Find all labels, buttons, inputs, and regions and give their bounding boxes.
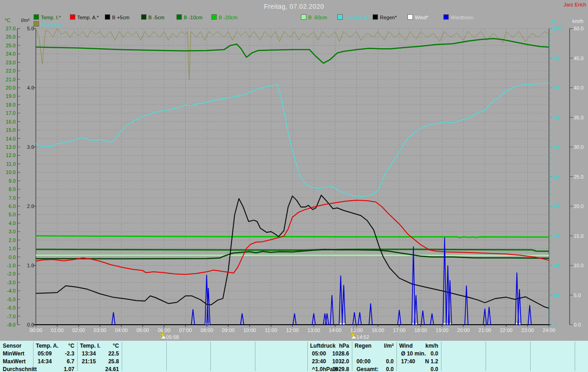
svg-text:-2.0: -2.0 <box>7 271 16 276</box>
svg-text:25.0: 25.0 <box>6 43 16 48</box>
legend-swatch <box>211 14 217 20</box>
daily-stats-table: SensorMinWertMaxWertDurchschnittTemp. A.… <box>0 341 588 372</box>
legend-label: B -5cm <box>148 15 164 20</box>
table-column-separator <box>486 342 486 371</box>
grid-layer <box>36 28 549 325</box>
svg-text:20:00: 20:00 <box>457 327 470 333</box>
svg-text:8.0: 8.0 <box>9 186 16 192</box>
svg-text:0.0: 0.0 <box>9 254 16 260</box>
svg-text:11.0: 11.0 <box>6 161 16 167</box>
axis-unit-wind: km/h <box>572 18 583 24</box>
table-cell-unit-1: °C <box>80 343 119 349</box>
svg-text:80: 80 <box>553 85 559 90</box>
svg-text:12.0: 12.0 <box>6 152 16 158</box>
svg-text:1.0: 1.0 <box>9 246 16 251</box>
legend-label: Feuchte A.* <box>345 15 371 20</box>
legend-label: B +5cm <box>112 15 130 20</box>
svg-text:4.0: 4.0 <box>9 220 16 226</box>
svg-text:-4.0: -4.0 <box>7 288 16 293</box>
svg-text:17:00: 17:00 <box>393 327 406 333</box>
svg-text:7.0: 7.0 <box>9 195 16 201</box>
legend-item-windb-en: Windböen <box>443 14 474 20</box>
series-b10 <box>36 249 549 251</box>
legend-swatch <box>337 14 343 20</box>
legend-label: B -10cm <box>184 15 203 20</box>
svg-text:04:00: 04:00 <box>115 327 128 333</box>
legend-item-b-50cm: B -50cm <box>301 14 327 20</box>
svg-text:00:00: 00:00 <box>29 327 42 333</box>
table-cell-1-r1-value: 25.8 <box>80 358 119 365</box>
svg-text:20.0: 20.0 <box>6 85 16 90</box>
svg-text:22.0: 22.0 <box>6 68 16 73</box>
svg-text:15:00: 15:00 <box>350 327 363 333</box>
table-cell-unit-4: km/h <box>399 343 438 349</box>
svg-text:17.0: 17.0 <box>6 110 16 116</box>
svg-text:3.0: 3.0 <box>9 229 16 234</box>
axis-labels-humidity: 0102030405060708090100 <box>549 26 561 327</box>
svg-text:60: 60 <box>553 144 559 150</box>
svg-text:-7.0: -7.0 <box>7 314 16 319</box>
axis-unit-rain: l/m² <box>21 17 29 23</box>
legend-item-b-5cm: B +5cm <box>105 14 130 20</box>
svg-text:90: 90 <box>553 56 559 61</box>
svg-text:07:00: 07:00 <box>179 327 192 333</box>
svg-text:01:00: 01:00 <box>51 327 64 333</box>
legend-item-b-20cm: B -20cm <box>211 14 237 20</box>
legend-swatch <box>176 14 182 20</box>
legend-swatch <box>70 14 75 20</box>
legend-label: Regen* <box>380 15 397 20</box>
svg-text:10.0: 10.0 <box>574 263 583 268</box>
svg-text:-6.0: -6.0 <box>7 305 16 310</box>
svg-text:10.0: 10.0 <box>6 169 16 175</box>
table-column-separator <box>352 342 352 371</box>
svg-text:11:00: 11:00 <box>265 327 277 333</box>
svg-text:50: 50 <box>553 174 559 180</box>
svg-text:19.0: 19.0 <box>6 93 16 99</box>
svg-text:02:00: 02:00 <box>72 327 85 333</box>
svg-text:-3.0: -3.0 <box>7 280 16 285</box>
svg-text:06:00: 06:00 <box>158 327 170 333</box>
legend-label: B -50cm <box>308 15 327 20</box>
svg-text:70: 70 <box>553 115 559 120</box>
svg-text:23.0: 23.0 <box>6 60 16 65</box>
svg-text:2.0: 2.0 <box>9 237 16 243</box>
svg-text:30: 30 <box>553 233 559 239</box>
table-cell-0-r1-value: 6.7 <box>36 358 74 365</box>
legend-swatch <box>141 14 147 20</box>
svg-text:12:00: 12:00 <box>286 327 299 333</box>
axis-unit-celsius: °C <box>5 17 10 23</box>
svg-text:50.0: 50.0 <box>574 26 583 31</box>
svg-text:24.0: 24.0 <box>6 51 16 56</box>
table-cell-2-r0-value: 1028.6 <box>310 350 349 357</box>
table-column-separator <box>210 342 211 371</box>
legend-label: B -20cm <box>219 15 237 20</box>
legend-item-wind-: Wind* <box>407 14 428 20</box>
table-cell-rowlabel-0: Sensor <box>3 343 31 349</box>
table-cell-0-r0-value: -2.3 <box>36 350 74 357</box>
svg-text:09:00: 09:00 <box>222 327 235 333</box>
svg-text:5.0: 5.0 <box>9 212 16 217</box>
table-cell-unit-2: hPa <box>310 343 349 349</box>
svg-text:16.0: 16.0 <box>6 119 16 124</box>
svg-text:10:00: 10:00 <box>243 327 256 333</box>
axis-labels-celsius: -8.0-7.0-6.0-5.0-4.0-3.0-2.0-1.00.01.02.… <box>6 26 20 327</box>
series-b20 <box>36 236 549 238</box>
svg-text:45.0: 45.0 <box>574 56 583 61</box>
svg-text:27.0: 27.0 <box>6 26 16 31</box>
svg-text:05:00: 05:00 <box>136 327 149 333</box>
svg-text:13.0: 13.0 <box>6 144 16 150</box>
table-column-separator <box>575 342 575 371</box>
series-windboeen <box>112 237 531 325</box>
svg-text:08:00: 08:00 <box>201 327 214 333</box>
table-cell-rowlabel-3: Durchschnitt <box>3 366 31 372</box>
legend-label: Empfang <box>41 22 61 27</box>
legend-item-temp-a-: Temp. A.* <box>70 14 99 20</box>
table-column-separator <box>396 342 397 371</box>
table-cell-4-r2-value: 0.0 <box>399 366 438 372</box>
svg-text:18.0: 18.0 <box>6 102 16 107</box>
table-cell-rowlabel-2: MaxWert <box>3 358 31 365</box>
svg-text:03:00: 03:00 <box>94 327 107 333</box>
svg-text:24:00: 24:00 <box>543 327 555 333</box>
svg-text:30.0: 30.0 <box>574 144 583 150</box>
legend-label: Temp. A.* <box>77 15 99 20</box>
